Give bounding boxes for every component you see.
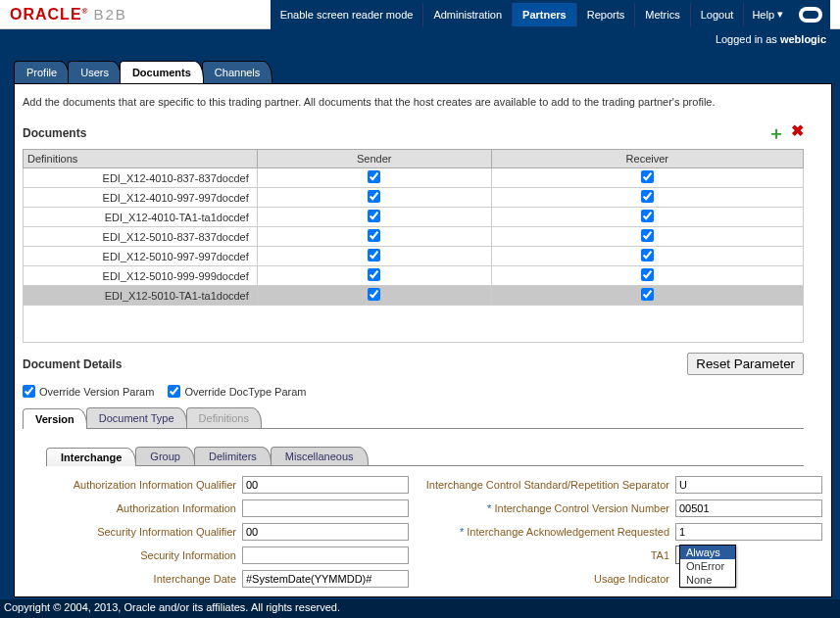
cell-receiver bbox=[491, 227, 803, 247]
checkbox-sender[interactable] bbox=[368, 288, 380, 301]
app-header: ORACLE® B2B Enable screen reader mode Ad… bbox=[0, 0, 840, 29]
checkbox-sender[interactable] bbox=[368, 249, 380, 261]
checkbox-sender[interactable] bbox=[368, 190, 380, 203]
tab-users[interactable]: Users bbox=[68, 61, 122, 83]
dropdown-option[interactable]: Always bbox=[680, 546, 735, 559]
label-ta1: TA1 bbox=[420, 549, 675, 561]
label-ic-ver: * Interchange Control Version Number bbox=[420, 502, 675, 514]
tab-documents[interactable]: Documents bbox=[120, 61, 204, 83]
brand-sub: B2B bbox=[93, 6, 126, 23]
table-row[interactable]: EDI_X12-5010-997-997docdef bbox=[24, 247, 804, 266]
main-area: Profile Users Documents Channels Add the… bbox=[0, 49, 840, 599]
dropdown-option[interactable]: OnError bbox=[680, 559, 735, 573]
label-sec-info-qual: Security Information Qualifier bbox=[46, 526, 242, 538]
cell-definition: EDI_X12-5010-TA1-ta1docdef bbox=[24, 286, 258, 306]
cell-sender bbox=[257, 168, 491, 188]
tab-group[interactable]: Group bbox=[135, 447, 195, 465]
override-version-param[interactable]: Override Version Param bbox=[23, 385, 154, 398]
tab-definitions[interactable]: Definitions bbox=[186, 407, 262, 428]
override-doctype-checkbox[interactable] bbox=[168, 385, 180, 398]
checkbox-receiver[interactable] bbox=[641, 190, 654, 203]
tab-delimiters[interactable]: Delimiters bbox=[194, 447, 272, 465]
cell-receiver bbox=[491, 188, 803, 208]
documents-table: Definitions Sender Receiver EDI_X12-4010… bbox=[23, 149, 804, 343]
reset-parameter-button[interactable]: Reset Parameter bbox=[687, 353, 804, 375]
label-ic-ack: * Interchange Acknowledgement Requested bbox=[420, 526, 675, 538]
input-ic-std[interactable] bbox=[675, 476, 822, 494]
input-ic-ack[interactable] bbox=[675, 523, 822, 541]
cell-definition: EDI_X12-4010-997-997docdef bbox=[24, 188, 258, 208]
outer-tabs: Profile Users Documents Channels bbox=[14, 61, 832, 83]
nav-administration[interactable]: Administration bbox=[423, 3, 513, 26]
checkbox-receiver[interactable] bbox=[641, 229, 654, 242]
nav-reader-mode[interactable]: Enable screen reader mode bbox=[271, 3, 424, 26]
table-row[interactable]: EDI_X12-5010-999-999docdef bbox=[24, 266, 804, 286]
cell-sender bbox=[257, 188, 491, 208]
intro-text: Add the documents that are specific to t… bbox=[23, 96, 804, 108]
tab-document-type[interactable]: Document Type bbox=[86, 407, 187, 428]
table-row[interactable]: EDI_X12-4010-837-837docdef bbox=[24, 168, 804, 188]
chevron-down-icon: ▾ bbox=[777, 8, 783, 21]
delete-document-icon[interactable]: ✖ bbox=[791, 121, 804, 145]
version-subtabs: Interchange Group Delimiters Miscellaneo… bbox=[46, 447, 804, 466]
label-usage-indicator: Usage Indicator bbox=[420, 573, 675, 585]
checkbox-receiver[interactable] bbox=[641, 288, 654, 301]
nav-partners[interactable]: Partners bbox=[513, 3, 577, 26]
checkbox-sender[interactable] bbox=[368, 229, 380, 242]
tab-interchange[interactable]: Interchange bbox=[46, 448, 136, 466]
nav-help[interactable]: Help▾ bbox=[744, 2, 791, 26]
label-interchange-date: Interchange Date bbox=[46, 573, 242, 585]
input-auth-info-qual[interactable] bbox=[242, 476, 409, 494]
nav-logout[interactable]: Logout bbox=[691, 3, 745, 26]
checkbox-sender[interactable] bbox=[368, 210, 380, 222]
header-nav: Enable screen reader mode Administration… bbox=[271, 0, 830, 29]
ta1-dropdown-popup[interactable]: AlwaysOnErrorNone bbox=[679, 545, 736, 588]
label-auth-info: Authorization Information bbox=[46, 502, 242, 514]
tab-miscellaneous[interactable]: Miscellaneous bbox=[271, 447, 369, 465]
cell-receiver bbox=[491, 247, 803, 266]
cell-sender bbox=[257, 247, 491, 266]
cell-definition: EDI_X12-5010-837-837docdef bbox=[24, 227, 258, 247]
cell-definition: EDI_X12-5010-999-999docdef bbox=[24, 266, 258, 286]
brand-logo: ORACLE® bbox=[10, 6, 88, 24]
override-doctype-param[interactable]: Override DocType Param bbox=[168, 385, 306, 398]
checkbox-receiver[interactable] bbox=[641, 249, 654, 261]
override-version-checkbox[interactable] bbox=[23, 385, 35, 398]
login-status: Logged in as weblogic bbox=[0, 29, 840, 49]
documents-title-row: Documents ＋ ✖ bbox=[23, 121, 804, 145]
checkbox-receiver[interactable] bbox=[641, 210, 654, 222]
table-row[interactable]: EDI_X12-5010-837-837docdef bbox=[24, 227, 804, 247]
dropdown-option[interactable]: None bbox=[680, 573, 735, 587]
cell-definition: EDI_X12-4010-TA1-ta1docdef bbox=[24, 208, 258, 227]
input-auth-info[interactable] bbox=[242, 499, 409, 517]
input-interchange-date[interactable] bbox=[242, 570, 409, 588]
tab-channels[interactable]: Channels bbox=[202, 61, 272, 83]
checkbox-receiver[interactable] bbox=[641, 170, 654, 183]
nav-reports[interactable]: Reports bbox=[577, 3, 636, 26]
cell-sender bbox=[257, 208, 491, 227]
cell-sender bbox=[257, 286, 491, 306]
detail-tabs: Version Document Type Definitions bbox=[23, 407, 804, 429]
table-row[interactable]: EDI_X12-4010-997-997docdef bbox=[24, 188, 804, 208]
tab-profile[interactable]: Profile bbox=[14, 61, 70, 83]
table-row[interactable]: EDI_X12-4010-TA1-ta1docdef bbox=[24, 208, 804, 227]
input-sec-info[interactable] bbox=[242, 547, 409, 564]
checkbox-receiver[interactable] bbox=[641, 268, 654, 281]
nav-metrics[interactable]: Metrics bbox=[635, 3, 690, 26]
cell-receiver bbox=[491, 208, 803, 227]
checkbox-sender[interactable] bbox=[368, 268, 380, 281]
oracle-o-icon bbox=[799, 7, 822, 23]
tab-version[interactable]: Version bbox=[23, 408, 87, 429]
cell-definition: EDI_X12-5010-997-997docdef bbox=[24, 247, 258, 266]
col-sender: Sender bbox=[257, 150, 491, 168]
input-ic-ver[interactable] bbox=[675, 499, 822, 517]
document-details-title: Document Details bbox=[23, 357, 122, 371]
cell-definition: EDI_X12-4010-837-837docdef bbox=[24, 168, 258, 188]
label-ic-std: Interchange Control Standard/Repetition … bbox=[420, 479, 675, 491]
checkbox-sender[interactable] bbox=[368, 170, 380, 183]
add-document-icon[interactable]: ＋ bbox=[767, 121, 785, 145]
cell-receiver bbox=[491, 286, 803, 306]
table-row[interactable]: EDI_X12-5010-TA1-ta1docdef bbox=[24, 286, 804, 306]
cell-sender bbox=[257, 227, 491, 247]
input-sec-info-qual[interactable] bbox=[242, 523, 409, 541]
